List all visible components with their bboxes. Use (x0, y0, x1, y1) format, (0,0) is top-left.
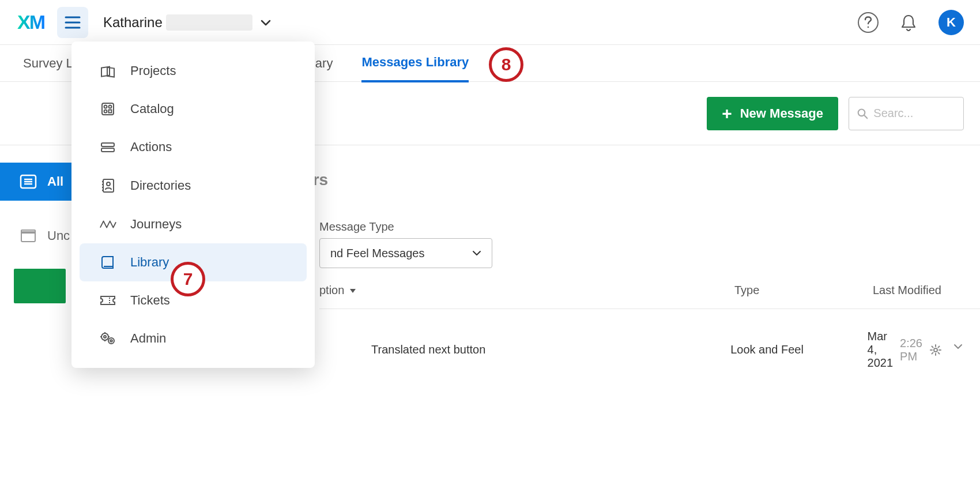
svg-point-28 (107, 182, 110, 186)
list-icon (20, 174, 37, 189)
row-gear-button[interactable] (929, 344, 942, 356)
filter-row: Message Type nd Feel Messages (319, 220, 492, 268)
svg-point-19 (104, 110, 107, 113)
tab-survey-library-partial[interactable]: Survey L (23, 46, 73, 81)
folder-icon (20, 228, 37, 243)
row-expand-button[interactable] (953, 344, 963, 356)
nav-item-label: Admin (130, 331, 166, 346)
nav-item-journeys[interactable]: Journeys (80, 205, 307, 243)
nav-item-projects[interactable]: Projects (80, 52, 307, 90)
account-switcher[interactable]: Katharine (103, 14, 271, 31)
table-row[interactable]: Translated next button Look and Feel Mar… (319, 318, 980, 381)
svg-point-31 (104, 336, 106, 338)
user-avatar[interactable]: K (938, 10, 964, 35)
plus-icon: + (722, 105, 732, 122)
main-nav-dropdown: Projects Catalog Actions Directories Jou… (71, 42, 315, 368)
nav-item-label: Projects (130, 63, 176, 78)
journeys-icon (99, 219, 116, 230)
nav-item-admin[interactable]: Admin (80, 319, 307, 358)
sort-desc-icon (349, 288, 357, 294)
row-type: Look and Feel (730, 343, 867, 356)
tickets-icon (99, 295, 116, 306)
svg-point-13 (934, 348, 937, 352)
folder-uncategorized-label: Unc (47, 228, 70, 243)
xm-logo: XM (17, 11, 44, 33)
chevron-down-icon (472, 250, 481, 256)
svg-point-4 (858, 109, 865, 116)
main-panel: ders Message Type nd Feel Messages ption… (248, 145, 980, 489)
nav-item-catalog[interactable]: Catalog (80, 90, 307, 128)
folder-all-label: All (47, 174, 63, 189)
annotation-8: 8 (489, 47, 523, 82)
projects-icon (99, 63, 116, 78)
topbar-right: K (858, 10, 964, 35)
search-box[interactable] (849, 97, 964, 130)
new-message-label: New Message (740, 106, 823, 121)
directories-icon (99, 178, 116, 194)
column-type[interactable]: Type (734, 284, 873, 297)
new-folder-button[interactable] (14, 269, 66, 303)
row-time: 2:26 PM (900, 337, 922, 363)
svg-marker-12 (350, 289, 356, 293)
search-icon (857, 107, 868, 120)
column-description-partial: ption (319, 284, 344, 297)
account-name-redacted (166, 14, 252, 31)
nav-item-label: Directories (130, 178, 191, 193)
svg-point-17 (104, 106, 107, 108)
nav-item-label: Tickets (130, 293, 170, 308)
message-type-select[interactable]: nd Feel Messages (319, 238, 492, 268)
row-date: Mar 4, 2021 (868, 330, 893, 370)
new-message-button[interactable]: + New Message (707, 97, 838, 130)
table-header: ption Type Last Modified (319, 284, 980, 309)
help-icon (864, 16, 872, 29)
filter-label: Message Type (319, 220, 492, 234)
svg-point-3 (868, 26, 869, 28)
svg-line-5 (864, 115, 867, 118)
account-name: Katharine (103, 14, 163, 31)
nav-item-label: Library (130, 255, 169, 270)
library-icon (99, 255, 116, 270)
svg-rect-21 (101, 143, 114, 146)
admin-icon (99, 331, 116, 346)
svg-point-30 (101, 333, 108, 340)
svg-rect-20 (109, 110, 112, 113)
nav-item-label: Journeys (130, 217, 182, 232)
catalog-icon (99, 101, 116, 116)
chevron-down-icon (953, 344, 963, 349)
help-button[interactable] (858, 12, 879, 33)
nav-item-actions[interactable]: Actions (80, 128, 307, 166)
svg-rect-22 (101, 148, 114, 152)
hamburger-icon (65, 16, 81, 29)
nav-item-directories[interactable]: Directories (80, 166, 307, 205)
svg-point-18 (109, 106, 112, 108)
nav-item-label: Catalog (130, 101, 174, 116)
nav-item-label: Actions (130, 140, 172, 155)
row-modified: Mar 4, 2021 2:26 PM (868, 330, 980, 370)
notifications-button[interactable] (898, 12, 919, 33)
svg-point-33 (110, 340, 112, 342)
actions-icon (99, 141, 116, 153)
column-description[interactable]: ption (319, 284, 734, 297)
svg-rect-14 (101, 67, 110, 77)
message-type-value-partial: nd Feel Messages (330, 247, 424, 260)
row-description: Translated next button (319, 343, 730, 356)
annotation-7: 7 (171, 262, 205, 296)
hamburger-menu-button[interactable] (57, 7, 88, 38)
column-last-modified[interactable]: Last Modified (873, 284, 980, 297)
svg-point-32 (108, 338, 114, 344)
search-input[interactable] (873, 107, 955, 120)
tab-messages-library[interactable]: Messages Library (361, 44, 469, 82)
tab-unknown-partial[interactable]: ary (315, 46, 333, 81)
topbar: XM Katharine K (0, 0, 980, 45)
chevron-down-icon (261, 19, 271, 26)
bell-icon (900, 14, 917, 31)
gear-icon (929, 344, 942, 356)
